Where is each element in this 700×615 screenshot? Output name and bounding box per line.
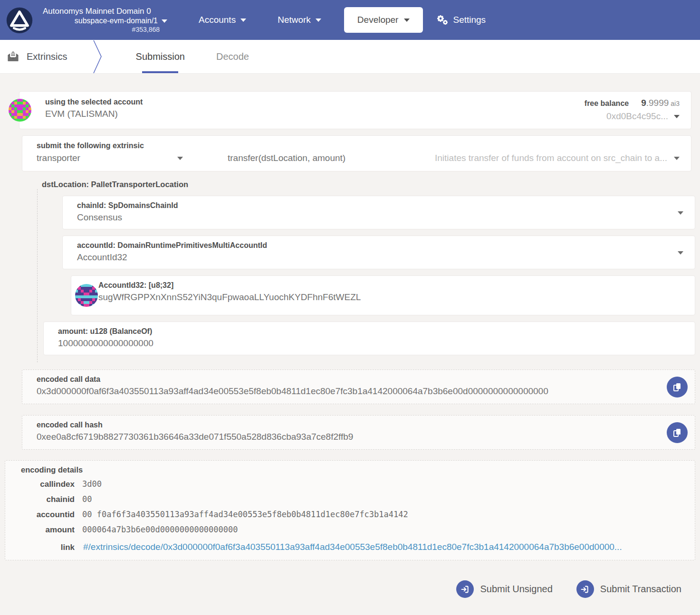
page-title: Extrinsics — [27, 51, 67, 62]
account-identicon — [9, 99, 31, 122]
chevron-down-icon — [404, 19, 410, 22]
chevron-down-icon — [678, 211, 683, 215]
encoding-details-title: encoding details — [21, 465, 683, 474]
params-nested: chainId: SpDomainsChainId Consensus acco… — [37, 189, 700, 362]
chevron-down-icon — [162, 19, 167, 23]
accountid-type-select[interactable]: accountId: DomainRuntimePrimitivesMultiA… — [62, 236, 695, 269]
encoding-row: accountid 00 f0af6f3a403550113a93aff4ad3… — [5, 509, 683, 520]
submit-actions: Submit Unsigned Submit Transaction — [0, 580, 681, 598]
pallet-select[interactable]: transporter — [37, 153, 183, 163]
encoded-call-data-row: encoded call data 0x3d000000f0af6f3a4035… — [22, 369, 695, 404]
gear-icon — [436, 14, 449, 26]
submit-transaction-button[interactable]: Submit Transaction — [576, 580, 681, 598]
chevron-down-icon — [674, 157, 680, 160]
accountid-type-label: accountId: DomainRuntimePrimitivesMultiA… — [77, 241, 669, 250]
param-dstlocation-label: dstLocation: PalletTransporterLocation — [42, 180, 700, 189]
chain-subtitle: subspace-evm-domain/1 — [75, 17, 158, 25]
chainid-select[interactable]: chainId: SpDomainsChainId Consensus — [62, 196, 695, 229]
sign-in-arrow-icon — [456, 580, 474, 598]
section-chevron-divider — [91, 40, 104, 74]
accountid32-value: sugWfRGPPXnXnnS52YiN3quFpwaoaLLYuochKYDF… — [98, 292, 669, 303]
account-select[interactable]: using the selected account EVM (TALISMAN… — [19, 91, 691, 129]
chevron-down-icon — [316, 19, 321, 22]
copy-call-hash-button[interactable] — [667, 422, 688, 443]
encoding-row: chainid 00 — [5, 494, 683, 505]
amount-label: amount: u128 (BalanceOf) — [58, 327, 669, 336]
chain-selector[interactable]: Autonomys Mainnet Domain 0 subspace-evm-… — [43, 6, 167, 34]
encoded-call-data-value: 0x3d000000f0af6f3a403550113a93aff4ad34e0… — [37, 386, 649, 397]
tab-bar: Extrinsics Submission Decode — [0, 40, 700, 74]
nav-developer[interactable]: Developer — [344, 7, 423, 33]
free-balance: free balance9.9999ai3 — [585, 98, 680, 108]
chevron-down-icon — [674, 115, 680, 118]
tab-decode[interactable]: Decode — [212, 40, 253, 73]
call-description: Initiates transfer of funds from account… — [435, 153, 667, 163]
main-content: using the selected account EVM (TALISMAN… — [0, 74, 700, 615]
copy-call-data-button[interactable] — [667, 377, 688, 397]
nav-settings[interactable]: Settings — [436, 14, 486, 26]
nav-network[interactable]: Network — [278, 15, 321, 25]
account-address-dropdown[interactable]: 0xd0Bc4c95c... — [585, 111, 680, 122]
sign-in-arrow-icon — [576, 580, 594, 598]
call-value: transfer(dstLocation, amount) — [228, 153, 345, 163]
chevron-down-icon — [678, 251, 683, 255]
account-address: 0xd0Bc4c95c... — [606, 111, 668, 121]
account-selector-row: using the selected account EVM (TALISMAN… — [9, 91, 691, 129]
block-number: #353,868 — [43, 26, 167, 34]
copy-icon — [671, 381, 683, 393]
encoding-details-section: encoding details callindex 3d00 chainid … — [5, 460, 695, 560]
chain-title: Autonomys Mainnet Domain 0 — [43, 6, 167, 16]
app-header: Autonomys Mainnet Domain 0 subspace-evm-… — [0, 0, 700, 40]
accountid32-input[interactable]: AccountId32: [u8;32] sugWfRGPPXnXnnS52Yi… — [71, 275, 695, 315]
copy-icon — [671, 427, 683, 438]
accountid32-label: AccountId32: [u8;32] — [98, 281, 669, 290]
chevron-down-icon — [240, 19, 246, 22]
chainid-value: Consensus — [77, 212, 669, 223]
decode-link[interactable]: #/extrinsics/decode/0x3d000000f0af6f3a40… — [83, 542, 622, 552]
encoding-row: amount 000064a7b3b6e00d0000000000000000 — [5, 524, 683, 535]
encoded-call-data-label: encoded call data — [37, 375, 649, 384]
nav-accounts[interactable]: Accounts — [199, 15, 246, 25]
call-select[interactable]: transfer(dstLocation, amount) Initiates … — [228, 153, 680, 163]
encoding-link-row: link #/extrinsics/decode/0x3d000000f0af6… — [5, 542, 683, 552]
destination-identicon — [75, 284, 98, 307]
extrinsics-envelope-icon — [7, 50, 19, 63]
chevron-down-icon — [177, 157, 183, 160]
extrinsic-section: submit the following extrinsic transport… — [22, 135, 691, 171]
encoded-call-hash-value: 0xee0a8cf6719b8827730361b36646a33de071f5… — [37, 432, 649, 442]
amount-input[interactable]: amount: u128 (BalanceOf) 100000000000000… — [43, 322, 695, 355]
extrinsic-section-label: submit the following extrinsic — [37, 142, 680, 150]
accountid-type-value: AccountId32 — [77, 252, 669, 263]
encoded-call-hash-row: encoded call hash 0xee0a8cf6719b88277303… — [22, 415, 695, 450]
autonomys-logo-icon — [6, 6, 33, 34]
encoded-call-hash-label: encoded call hash — [37, 421, 649, 429]
encoding-row: callindex 3d00 — [5, 479, 683, 490]
pallet-value: transporter — [37, 153, 80, 163]
amount-value: 1000000000000000000 — [58, 338, 669, 349]
tab-submission[interactable]: Submission — [132, 40, 189, 73]
chainid-label: chainId: SpDomainsChainId — [77, 201, 669, 210]
submit-unsigned-button[interactable]: Submit Unsigned — [456, 580, 552, 598]
